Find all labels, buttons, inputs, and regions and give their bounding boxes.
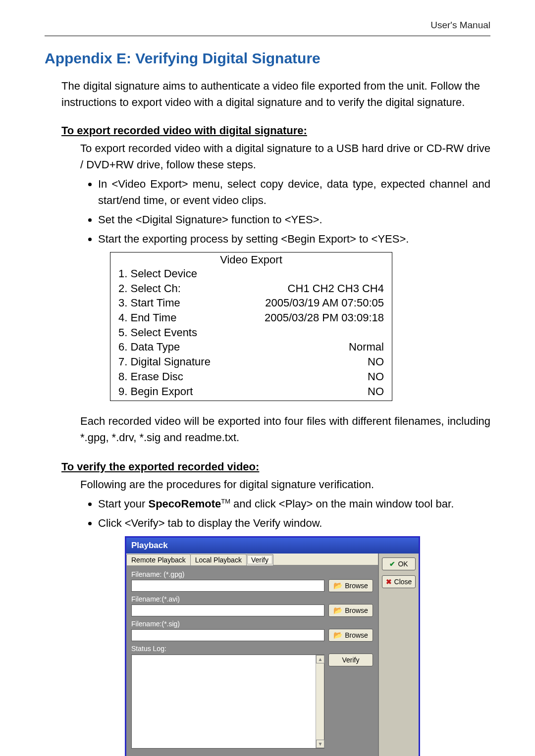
menu-row-2-value: CH1 CH2 CH3 CH4 [288, 281, 384, 296]
status-scrollbar[interactable]: ▲ ▼ [316, 655, 324, 748]
header-rule [45, 36, 490, 36]
menu-row-7-label: 7. Digital Signature [118, 354, 211, 369]
section1-paragraph: To export recorded video with a digital … [80, 140, 490, 173]
sig-browse-label: Browse [345, 631, 368, 639]
video-export-menu: Video Export 1. Select Device 2. Select … [110, 252, 392, 401]
menu-row-9-label: 9. Begin Export [118, 384, 193, 399]
video-export-menu-title: Video Export [110, 252, 392, 266]
scroll-up-icon[interactable]: ▲ [316, 655, 324, 663]
menu-row-6-value: Normal [349, 340, 384, 354]
status-log-label: Status Log: [131, 645, 373, 653]
menu-row-4-label: 4. End Time [118, 310, 176, 325]
section2-bullets: Start your SpecoRemoteTM and click <Play… [80, 496, 490, 531]
after-table-paragraph: Each recorded video will be exported int… [80, 413, 490, 446]
menu-row-7: 7. Digital Signature NO [110, 354, 392, 369]
gpg-browse-label: Browse [345, 582, 368, 590]
menu-row-1: 1. Select Device [110, 266, 392, 281]
menu-row-5: 5. Select Events [110, 325, 392, 340]
playback-tabs: Remote Playback Local Playback Verify [126, 554, 378, 565]
menu-row-2-label: 2. Select Ch: [118, 281, 181, 296]
folder-open-icon: 📂 [333, 631, 343, 640]
close-button-label: Close [394, 578, 412, 586]
status-log-textarea[interactable]: ▲ ▼ [131, 655, 324, 749]
gpg-browse-button[interactable]: 📂 Browse [328, 579, 373, 592]
section1-bullets: In <Video Export> menu, select copy devi… [80, 176, 490, 247]
header-manual-label: User's Manual [45, 20, 490, 31]
section2-bullet-1-suffix: and click <Play> on the main window tool… [230, 498, 454, 510]
section1-bullet-2: Set the <Digital Signature> function to … [98, 211, 490, 228]
ok-button-label: OK [398, 560, 408, 568]
section2-bullet-2: Click <Verify> tab to display the Verify… [98, 515, 490, 531]
playback-dialog: Playback Remote Playback Local Playback … [125, 536, 420, 756]
avi-input[interactable] [131, 605, 324, 616]
section2-bullet-1-bold: SpecoRemote [148, 498, 221, 510]
menu-row-6-label: 6. Data Type [118, 340, 180, 354]
gpg-label: Filename: (*.gpg) [131, 570, 373, 578]
close-button[interactable]: ✖ Close [382, 575, 416, 588]
folder-open-icon: 📂 [333, 581, 343, 590]
playback-dialog-title: Playback [126, 538, 419, 554]
page-title: Appendix E: Verifying Digital Signature [45, 50, 490, 67]
avi-browse-label: Browse [345, 606, 368, 614]
section2-bullet-1: Start your SpecoRemoteTM and click <Play… [98, 496, 490, 512]
menu-row-5-label: 5. Select Events [118, 325, 197, 340]
menu-row-1-label: 1. Select Device [118, 266, 197, 281]
section1-bullet-1: In <Video Export> menu, select copy devi… [98, 176, 490, 208]
avi-browse-button[interactable]: 📂 Browse [328, 604, 373, 617]
menu-row-2: 2. Select Ch: CH1 CH2 CH3 CH4 [110, 281, 392, 296]
verify-button[interactable]: Verify [328, 654, 373, 666]
sig-input[interactable] [131, 629, 324, 641]
close-x-icon: ✖ [386, 578, 392, 586]
sig-browse-button[interactable]: 📂 Browse [328, 629, 373, 642]
checkmark-icon: ✔ [389, 560, 395, 568]
menu-row-3: 3. Start Time 2005/03/19 AM 07:50:05 [110, 296, 392, 310]
avi-label: Filename:(*.avi) [131, 595, 373, 603]
section2-paragraph: Following are the procedures for digital… [80, 476, 490, 493]
ok-button[interactable]: ✔ OK [382, 557, 416, 570]
tab-remote-playback[interactable]: Remote Playback [126, 554, 191, 565]
menu-row-9-value: NO [368, 384, 384, 399]
tab-local-playback[interactable]: Local Playback [190, 554, 247, 565]
menu-row-8-value: NO [368, 369, 384, 384]
menu-row-8: 8. Erase Disc NO [110, 369, 392, 384]
menu-row-4-value: 2005/03/28 PM 03:09:18 [265, 310, 384, 325]
menu-row-6: 6. Data Type Normal [110, 340, 392, 354]
gpg-input[interactable] [131, 580, 324, 592]
section2-bullet-1-prefix: Start your [98, 498, 148, 510]
intro-paragraph: The digital signature aims to authentica… [61, 78, 490, 110]
menu-row-7-value: NO [368, 354, 384, 369]
menu-row-8-label: 8. Erase Disc [118, 369, 183, 384]
section1-heading: To export recorded video with digital si… [61, 124, 490, 137]
trademark-icon: TM [221, 498, 230, 505]
verify-button-label: Verify [342, 656, 359, 664]
scroll-down-icon[interactable]: ▼ [316, 740, 324, 748]
section1-bullet-3: Start the exporting process by setting <… [98, 231, 490, 247]
menu-row-4: 4. End Time 2005/03/28 PM 03:09:18 [110, 310, 392, 325]
menu-row-3-label: 3. Start Time [118, 296, 180, 310]
folder-open-icon: 📂 [333, 606, 343, 615]
sig-label: Filename:(*.sig) [131, 620, 373, 628]
section2-heading: To verify the exported recorded video: [61, 460, 490, 473]
menu-row-3-value: 2005/03/19 AM 07:50:05 [265, 296, 384, 310]
menu-row-9: 9. Begin Export NO [110, 384, 392, 401]
tab-verify[interactable]: Verify [246, 554, 273, 565]
